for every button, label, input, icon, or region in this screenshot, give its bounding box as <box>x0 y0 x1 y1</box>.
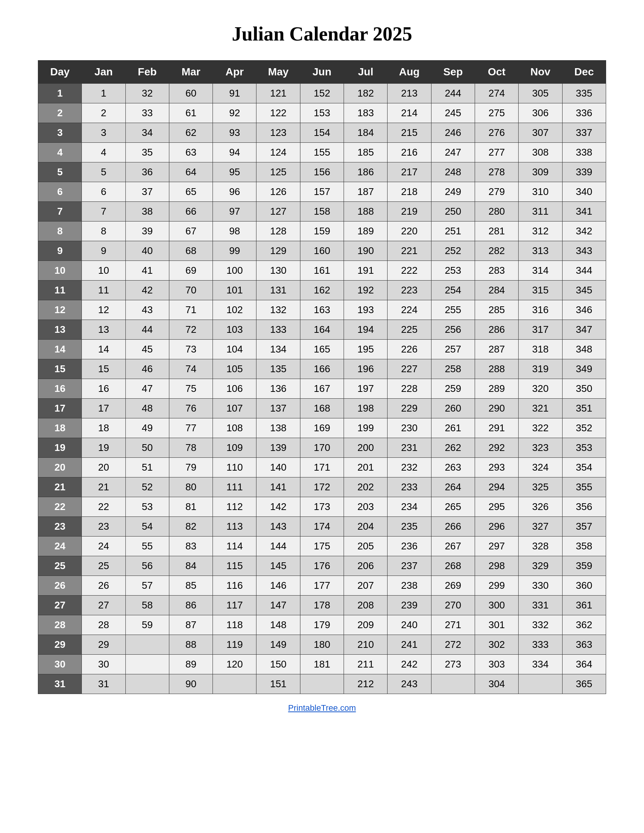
table-header-row: DayJanFebMarAprMayJunJulAugSepOctNovDec <box>38 61 606 84</box>
month-cell-apr: 112 <box>213 497 256 517</box>
month-cell-dec: 343 <box>562 241 606 261</box>
month-cell-may: 124 <box>256 143 300 162</box>
month-cell-mar: 81 <box>169 497 213 517</box>
month-cell-aug: 236 <box>388 537 431 556</box>
month-cell-sep: 267 <box>431 537 475 556</box>
month-cell-aug: 215 <box>388 123 431 143</box>
month-cell-jul: 209 <box>344 615 388 635</box>
column-header-aug: Aug <box>388 61 431 84</box>
table-row: 19195078109139170200231262292323353 <box>38 438 606 458</box>
month-cell-apr: 103 <box>213 320 256 339</box>
month-cell-sep: 252 <box>431 241 475 261</box>
month-cell-mar: 83 <box>169 537 213 556</box>
month-cell-feb: 54 <box>126 517 169 537</box>
month-cell-may: 148 <box>256 615 300 635</box>
day-cell: 13 <box>38 320 82 339</box>
month-cell-feb: 41 <box>126 261 169 281</box>
month-cell-mar: 76 <box>169 399 213 418</box>
month-cell-feb: 42 <box>126 281 169 300</box>
month-cell-sep: 262 <box>431 438 475 458</box>
column-header-apr: Apr <box>213 61 256 84</box>
month-cell-dec: 342 <box>562 222 606 241</box>
table-row: 66376596126157187218249279310340 <box>38 182 606 202</box>
month-cell-nov: 334 <box>518 654 562 674</box>
month-cell-jan: 13 <box>82 320 126 339</box>
month-cell-apr: 110 <box>213 458 256 478</box>
month-cell-mar: 71 <box>169 300 213 320</box>
month-cell-jul: 208 <box>344 596 388 615</box>
month-cell-sep: 255 <box>431 300 475 320</box>
month-cell-jun: 165 <box>300 339 344 359</box>
month-cell-feb: 33 <box>126 103 169 123</box>
column-header-dec: Dec <box>562 61 606 84</box>
day-cell: 26 <box>38 576 82 596</box>
day-cell: 24 <box>38 537 82 556</box>
day-cell: 3 <box>38 123 82 143</box>
column-header-feb: Feb <box>126 61 169 84</box>
month-cell-feb: 32 <box>126 84 169 103</box>
month-cell-jun: 152 <box>300 84 344 103</box>
month-cell-oct: 285 <box>475 300 518 320</box>
month-cell-mar: 86 <box>169 596 213 615</box>
month-cell-jan: 22 <box>82 497 126 517</box>
footer-link[interactable]: PrintableTree.com <box>288 703 356 713</box>
month-cell-may: 135 <box>256 359 300 379</box>
month-cell-apr: 120 <box>213 654 256 674</box>
month-cell-feb <box>126 674 169 694</box>
day-cell: 27 <box>38 596 82 615</box>
table-row: 28285987118148179209240271301332362 <box>38 615 606 635</box>
table-row: 25255684115145176206237268298329359 <box>38 556 606 576</box>
month-cell-jul: 187 <box>344 182 388 202</box>
month-cell-mar: 79 <box>169 458 213 478</box>
month-cell-jul: 201 <box>344 458 388 478</box>
month-cell-jan: 7 <box>82 202 126 222</box>
month-cell-mar: 90 <box>169 674 213 694</box>
month-cell-may: 125 <box>256 162 300 182</box>
month-cell-jul: 202 <box>344 478 388 497</box>
month-cell-jan: 30 <box>82 654 126 674</box>
month-cell-sep: 269 <box>431 576 475 596</box>
month-cell-mar: 88 <box>169 635 213 654</box>
column-header-day: Day <box>38 61 82 84</box>
month-cell-aug: 219 <box>388 202 431 222</box>
month-cell-aug: 235 <box>388 517 431 537</box>
table-row: 16164775106136167197228259289320350 <box>38 379 606 399</box>
month-cell-aug: 243 <box>388 674 431 694</box>
table-row: 77386697127158188219250280311341 <box>38 202 606 222</box>
month-cell-jun: 153 <box>300 103 344 123</box>
table-row: 20205179110140171201232263293324354 <box>38 458 606 478</box>
month-cell-feb: 55 <box>126 537 169 556</box>
month-cell-jan: 1 <box>82 84 126 103</box>
month-cell-dec: 341 <box>562 202 606 222</box>
table-row: 24245583114144175205236267297328358 <box>38 537 606 556</box>
month-cell-jan: 10 <box>82 261 126 281</box>
month-cell-apr: 93 <box>213 123 256 143</box>
month-cell-may: 122 <box>256 103 300 123</box>
month-cell-sep: 271 <box>431 615 475 635</box>
month-cell-aug: 213 <box>388 84 431 103</box>
month-cell-aug: 229 <box>388 399 431 418</box>
table-row: 26265785116146177207238269299330360 <box>38 576 606 596</box>
month-cell-jan: 4 <box>82 143 126 162</box>
month-cell-dec: 338 <box>562 143 606 162</box>
column-header-sep: Sep <box>431 61 475 84</box>
month-cell-sep: 256 <box>431 320 475 339</box>
day-cell: 7 <box>38 202 82 222</box>
month-cell-oct: 276 <box>475 123 518 143</box>
month-cell-feb: 57 <box>126 576 169 596</box>
column-header-jul: Jul <box>344 61 388 84</box>
month-cell-feb: 40 <box>126 241 169 261</box>
month-cell-dec: 348 <box>562 339 606 359</box>
month-cell-feb: 34 <box>126 123 169 143</box>
month-cell-may: 123 <box>256 123 300 143</box>
table-row: 13134472103133164194225256286317347 <box>38 320 606 339</box>
table-row: 15154674105135166196227258288319349 <box>38 359 606 379</box>
month-cell-may: 141 <box>256 478 300 497</box>
month-cell-dec: 340 <box>562 182 606 202</box>
month-cell-aug: 239 <box>388 596 431 615</box>
month-cell-nov: 311 <box>518 202 562 222</box>
month-cell-nov: 312 <box>518 222 562 241</box>
month-cell-apr: 118 <box>213 615 256 635</box>
month-cell-nov: 316 <box>518 300 562 320</box>
month-cell-jan: 26 <box>82 576 126 596</box>
